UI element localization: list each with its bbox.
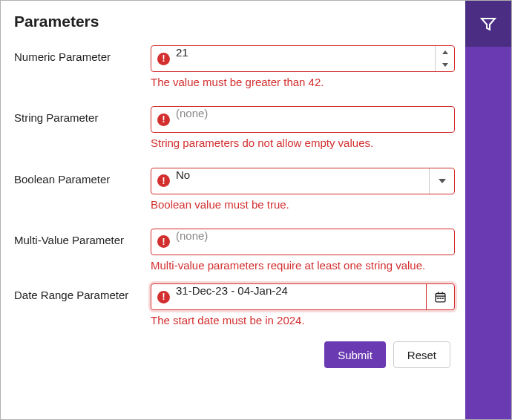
filter-panel-button[interactable] [465,1,511,47]
error-icon: ! [157,174,170,187]
chevron-down-icon [439,179,446,183]
row-daterange: Date Range Parameter ! 31-Dec-23 - 04-Ja… [14,283,455,328]
error-numeric: The value must be greater than 42. [151,75,455,90]
label-string: String Parameter [14,106,151,124]
daterange-input-wrap[interactable]: ! 31-Dec-23 - 04-Jan-24 [151,283,455,310]
svg-rect-6 [442,298,444,299]
string-value[interactable]: (none) [176,107,454,132]
submit-button[interactable]: Submit [324,341,386,368]
boolean-select-wrap[interactable]: ! No [151,168,455,194]
string-input-wrap[interactable]: ! (none) [151,106,455,133]
parameters-form: Parameters Numeric Parameter ! 21 [1,1,465,419]
error-icon: ! [157,114,170,126]
label-boolean: Boolean Parameter [14,168,151,186]
reset-button[interactable]: Reset [393,341,450,368]
actions-bar: Submit Reset [14,341,455,368]
label-daterange: Date Range Parameter [14,283,151,301]
calendar-icon [434,291,447,303]
error-multivalue: Multi-value parameters require at least … [151,258,455,273]
error-icon: ! [157,53,170,65]
numeric-input-wrap[interactable]: ! 21 [151,45,455,72]
calendar-button[interactable] [426,284,454,309]
error-icon: ! [157,291,170,303]
row-numeric: Numeric Parameter ! 21 The value must be… [14,45,455,90]
error-daterange: The start date must be in 2024. [151,313,455,328]
numeric-value[interactable]: 21 [176,46,435,71]
numeric-stepper [435,46,454,71]
chevron-up-icon [442,50,448,54]
boolean-dropdown-button[interactable] [429,168,454,194]
error-boolean: Boolean value must be true. [151,197,455,212]
row-boolean: Boolean Parameter ! No Boolean value mus… [14,168,455,212]
error-icon: ! [157,235,170,248]
daterange-value[interactable]: 31-Dec-23 - 04-Jan-24 [176,284,426,309]
svg-rect-5 [439,298,441,299]
svg-rect-4 [437,298,439,299]
sidebar [465,1,511,419]
multivalue-value[interactable]: (none) [176,229,454,255]
row-string: String Parameter ! (none) String paramet… [14,106,455,151]
label-multivalue: Multi-Value Parameter [14,229,151,246]
step-up-button[interactable] [436,46,454,59]
filter-icon [479,15,497,33]
error-string: String parameters do not allow empty val… [151,136,455,151]
chevron-down-icon [442,63,448,67]
svg-rect-0 [436,293,445,301]
multivalue-input-wrap[interactable]: ! (none) [151,229,455,255]
parameters-dialog: Parameters Numeric Parameter ! 21 [0,0,512,420]
label-numeric: Numeric Parameter [14,45,151,63]
page-title: Parameters [14,13,455,30]
step-down-button[interactable] [436,59,454,71]
row-multivalue: Multi-Value Parameter ! (none) Multi-val… [14,229,455,273]
boolean-value: No [176,168,429,194]
